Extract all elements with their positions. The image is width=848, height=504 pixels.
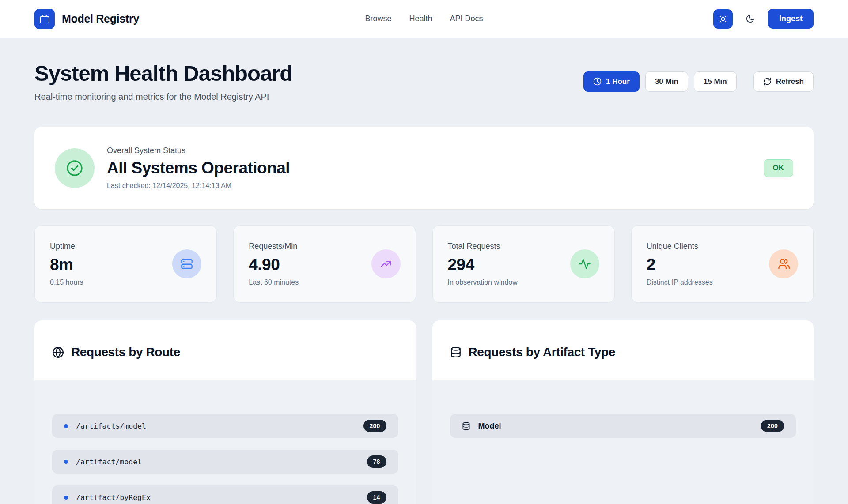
panel-title: Requests by Route <box>71 345 180 359</box>
page-header: System Health Dashboard Real-time monito… <box>34 61 814 102</box>
sun-icon <box>718 14 728 24</box>
status-value: All Systems Operational <box>107 159 290 177</box>
metric-label: Total Requests <box>448 242 518 251</box>
check-circle-icon <box>65 159 84 177</box>
nav-link-browse[interactable]: Browse <box>365 14 391 23</box>
time-range-1-hour[interactable]: 1 Hour <box>583 71 640 92</box>
status-last-checked: Last checked: 12/14/2025, 12:14:13 AM <box>107 182 290 190</box>
metric-card-unique-clients: Unique Clients 2 Distinct IP addresses <box>631 225 814 303</box>
status-badge: OK <box>764 159 794 177</box>
database-icon <box>462 422 470 430</box>
briefcase-icon <box>39 14 50 24</box>
route-row[interactable]: /artifact/byRegEx 14 <box>52 485 398 504</box>
dark-theme-button[interactable] <box>742 10 759 28</box>
panel-header: Requests by Artifact Type <box>432 320 814 380</box>
server-icon <box>172 249 201 278</box>
metric-sublabel: 0.15 hours <box>50 278 83 286</box>
database-icon <box>450 346 462 358</box>
metric-value: 8m <box>50 256 83 274</box>
nav-actions: Ingest <box>713 9 814 29</box>
top-navbar: Model Registry Browse Health API Docs In… <box>0 0 848 38</box>
metric-sublabel: Distinct IP addresses <box>647 278 713 286</box>
bottom-panels: Requests by Route /artifacts/model 200 /… <box>34 320 814 504</box>
route-count-badge: 78 <box>367 455 386 468</box>
status-label: Overall System Status <box>107 146 290 155</box>
route-row[interactable]: /artifact/model 78 <box>52 450 398 474</box>
globe-icon <box>52 346 64 358</box>
metric-label: Uptime <box>50 242 83 251</box>
requests-by-route-panel: Requests by Route /artifacts/model 200 /… <box>34 320 416 504</box>
status-icon-circle <box>55 148 95 188</box>
route-path: /artifacts/model <box>76 422 146 430</box>
nav-links: Browse Health API Docs <box>365 14 483 23</box>
bullet-dot-icon <box>64 496 68 500</box>
refresh-label: Refresh <box>776 77 804 86</box>
users-icon <box>769 249 798 278</box>
bullet-dot-icon <box>64 424 68 428</box>
ingest-button[interactable]: Ingest <box>768 9 814 29</box>
app-logo <box>34 9 55 29</box>
trending-up-icon <box>371 249 401 278</box>
brand[interactable]: Model Registry <box>34 9 139 29</box>
metric-value: 294 <box>448 256 518 274</box>
time-range-label: 1 Hour <box>606 77 630 86</box>
artifact-type-label: Model <box>478 421 501 431</box>
panel-title: Requests by Artifact Type <box>469 345 615 359</box>
route-count-badge: 14 <box>367 491 386 504</box>
main-content: System Health Dashboard Real-time monito… <box>0 61 848 504</box>
routes-list: /artifacts/model 200 /artifact/model 78 … <box>34 380 416 504</box>
artifact-count-badge: 200 <box>761 420 784 432</box>
metric-card-uptime: Uptime 8m 0.15 hours <box>34 225 217 303</box>
route-path: /artifact/byRegEx <box>76 493 151 502</box>
route-path: /artifact/model <box>76 458 142 466</box>
system-status-card: Overall System Status All Systems Operat… <box>34 127 814 209</box>
panel-header: Requests by Route <box>34 320 416 380</box>
refresh-button[interactable]: Refresh <box>753 71 814 92</box>
nav-link-health[interactable]: Health <box>409 14 432 23</box>
metric-sublabel: In observation window <box>448 278 518 286</box>
moon-icon <box>746 14 755 23</box>
brand-name: Model Registry <box>62 12 139 25</box>
route-count-badge: 200 <box>363 420 386 432</box>
time-range-label: 15 Min <box>704 77 727 86</box>
route-row[interactable]: /artifacts/model 200 <box>52 414 398 438</box>
time-range-15-min[interactable]: 15 Min <box>694 71 737 92</box>
metric-value: 2 <box>647 256 713 274</box>
metric-sublabel: Last 60 minutes <box>249 278 299 286</box>
bullet-dot-icon <box>64 460 68 464</box>
metric-cards: Uptime 8m 0.15 hours Requests/Min 4.90 L… <box>34 225 814 303</box>
metric-label: Requests/Min <box>249 242 299 251</box>
time-range-label: 30 Min <box>655 77 678 86</box>
activity-icon <box>570 249 599 278</box>
metric-label: Unique Clients <box>647 242 713 251</box>
metric-card-requests-per-min: Requests/Min 4.90 Last 60 minutes <box>233 225 416 303</box>
requests-by-artifact-type-panel: Requests by Artifact Type Model <box>432 320 814 504</box>
metric-value: 4.90 <box>249 256 299 274</box>
light-theme-button[interactable] <box>713 9 733 29</box>
artifact-type-list: Model 200 <box>432 380 814 504</box>
page-subtitle: Real-time monitoring and metrics for the… <box>34 92 292 102</box>
nav-link-api-docs[interactable]: API Docs <box>450 14 483 23</box>
time-range-30-min[interactable]: 30 Min <box>645 71 688 92</box>
artifact-type-row[interactable]: Model 200 <box>450 414 796 438</box>
time-range-controls: 1 Hour 30 Min 15 Min Refresh <box>583 71 814 92</box>
page-title: System Health Dashboard <box>34 61 292 86</box>
refresh-icon <box>763 77 772 86</box>
metric-card-total-requests: Total Requests 294 In observation window <box>432 225 615 303</box>
clock-icon <box>593 77 602 86</box>
